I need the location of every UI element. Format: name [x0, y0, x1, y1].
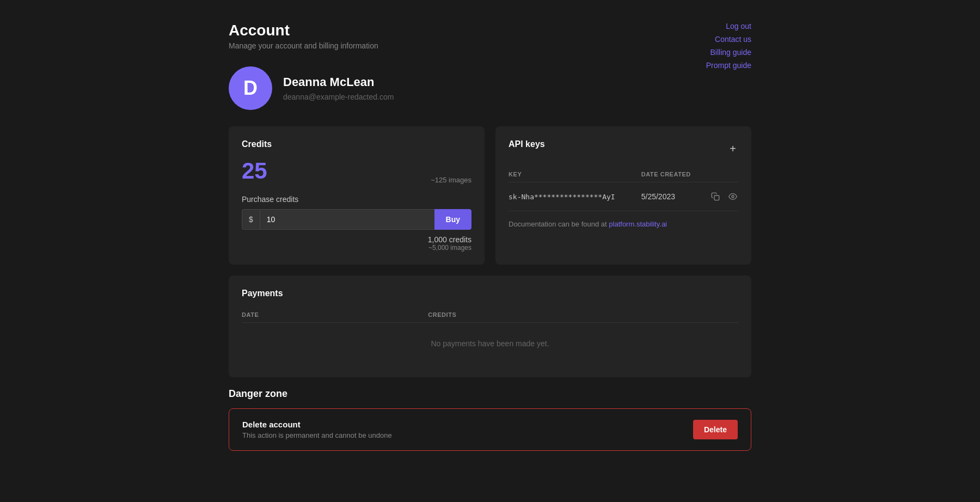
api-doc-link[interactable]: platform.stability.ai — [609, 220, 667, 228]
danger-zone-section: Danger zone Delete account This action i… — [229, 388, 751, 451]
svg-point-1 — [732, 195, 734, 198]
page-subtitle: Manage your account and billing informat… — [229, 41, 751, 50]
svg-rect-0 — [714, 195, 719, 200]
payments-card: Payments DATE CREDITS No payments have b… — [229, 276, 751, 377]
dollar-sign: $ — [242, 209, 260, 230]
credits-result-images: ~5,000 images — [242, 244, 471, 252]
profile-email: deanna@example-redacted.com — [283, 93, 394, 101]
page-title: Account — [229, 22, 751, 39]
delete-account-button[interactable]: Delete — [693, 420, 738, 439]
top-links: Log out Contact us Billing guide Prompt … — [706, 22, 751, 70]
contact-us-link[interactable]: Contact us — [715, 35, 751, 44]
purchase-amount-input[interactable] — [260, 209, 434, 230]
delete-account-title: Delete account — [242, 420, 392, 429]
api-keys-table: KEY DATE CREATED sk-Nha****************A… — [509, 167, 738, 211]
api-keys-title: API keys — [509, 139, 545, 149]
billing-guide-link[interactable]: Billing guide — [710, 48, 752, 57]
delete-account-desc: This action is permanent and cannot be u… — [242, 431, 392, 439]
profile-name: Deanna McLean — [283, 75, 394, 89]
api-key-value: sk-Nha****************AyI — [509, 193, 615, 201]
danger-zone-title: Danger zone — [229, 388, 751, 400]
payments-empty-message: No payments have been made yet. — [242, 323, 738, 364]
payments-empty-row: No payments have been made yet. — [242, 323, 738, 365]
danger-card: Delete account This action is permanent … — [229, 408, 751, 451]
profile-section: D Deanna McLean deanna@example-redacted.… — [229, 66, 751, 110]
credits-card-title: Credits — [242, 139, 471, 149]
view-api-key-button[interactable] — [727, 191, 738, 202]
payments-title: Payments — [242, 289, 738, 298]
avatar: D — [229, 66, 272, 110]
copy-api-key-button[interactable] — [710, 191, 721, 202]
danger-info: Delete account This action is permanent … — [242, 420, 392, 439]
credits-header: 25 ~125 images — [242, 158, 471, 184]
payments-credits-header: CREDITS — [428, 307, 738, 323]
api-date-column-header: DATE CREATED — [641, 167, 703, 182]
add-api-key-button[interactable]: + — [727, 140, 738, 157]
profile-info: Deanna McLean deanna@example-redacted.co… — [283, 75, 394, 101]
api-actions — [703, 191, 738, 202]
api-keys-header: API keys + — [509, 139, 738, 158]
credits-card: Credits 25 ~125 images Purchase credits … — [229, 126, 485, 265]
credits-images: ~125 images — [431, 176, 471, 184]
credits-amount: 25 — [242, 158, 267, 184]
credits-result: 1,000 credits ~5,000 images — [242, 235, 471, 252]
cards-row: Credits 25 ~125 images Purchase credits … — [229, 126, 751, 265]
log-out-link[interactable]: Log out — [726, 22, 751, 30]
purchase-label: Purchase credits — [242, 195, 471, 204]
api-doc-text: Documentation can be found at platform.s… — [509, 220, 738, 228]
buy-button[interactable]: Buy — [434, 209, 471, 230]
credits-result-amount: 1,000 credits — [242, 235, 471, 244]
api-keys-card: API keys + KEY DATE CREATED sk-Nha******… — [495, 126, 751, 265]
api-key-column-header: KEY — [509, 167, 641, 182]
prompt-guide-link[interactable]: Prompt guide — [706, 61, 751, 70]
table-row: sk-Nha****************AyI 5/25/2023 — [509, 182, 738, 211]
purchase-input-row: $ Buy — [242, 209, 471, 230]
payments-date-header: DATE — [242, 307, 428, 323]
payments-table: DATE CREDITS No payments have been made … — [242, 307, 738, 364]
api-key-date: 5/25/2023 — [641, 182, 703, 211]
